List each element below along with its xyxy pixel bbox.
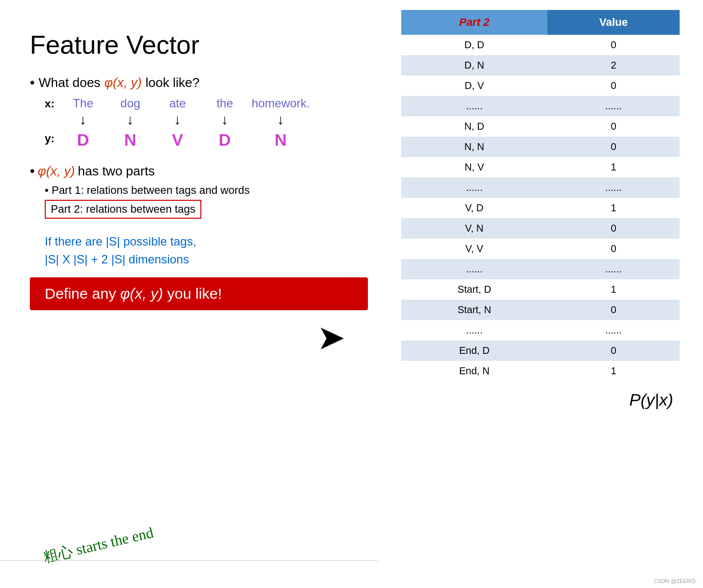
- table-cell-part: D, D: [401, 35, 547, 55]
- th-value: Value: [547, 10, 680, 35]
- phi-main: • φ(x, y) has two parts: [30, 163, 353, 179]
- banner-after: you like!: [163, 285, 222, 302]
- word-1: The: [73, 96, 93, 111]
- bullet-1: • What does φ(x, y) look like? x: The ↓ …: [30, 75, 353, 148]
- th-part2: Part 2: [401, 10, 547, 35]
- bullet-1-text: • What does φ(x, y) look like?: [30, 75, 353, 90]
- bullet-1-after: look like?: [146, 75, 199, 90]
- table-cell-part: N, N: [401, 137, 547, 157]
- table-cell-value: 1: [547, 198, 680, 218]
- table-cell-part: D, V: [401, 76, 547, 96]
- arrow-2: ↓: [127, 113, 134, 127]
- part1-label: Part 1:: [52, 184, 84, 197]
- sentence-block: x: The ↓ dog ↓ ate ↓ the ↓: [45, 96, 353, 148]
- table-row: Start, D1: [401, 279, 680, 300]
- table-row: V, D1: [401, 198, 680, 218]
- table-cell-value: ......: [547, 177, 680, 198]
- arrow-3: ↓: [174, 113, 181, 127]
- slide: Feature Vector • What does φ(x, y) look …: [0, 0, 703, 588]
- table-wrapper: Part 2 Value D, D0D, N2D, V0............…: [401, 10, 680, 381]
- tag-1: D: [77, 131, 89, 148]
- table-cell-part: End, N: [401, 361, 547, 381]
- table-cell-value: 2: [547, 55, 680, 76]
- svg-text:粗心 starts the end: 粗心 starts the end: [42, 524, 155, 565]
- blue-text: If there are |S| possible tags, |S| X |S…: [45, 233, 353, 268]
- table-cell-part: V, D: [401, 198, 547, 218]
- table-cell-value: 0: [547, 300, 680, 320]
- sub-bullet-1: • Part 1: relations between tags and wor…: [45, 184, 353, 197]
- tag-2: N: [124, 131, 137, 148]
- y-row: y: D N V D N: [45, 131, 353, 148]
- phi-xy-2: φ(x, y): [38, 164, 75, 179]
- table-cell-part: V, V: [401, 239, 547, 259]
- bullet-dot-1: •: [30, 75, 35, 90]
- bottom-divider: [0, 560, 378, 561]
- table-cell-value: 0: [547, 340, 680, 361]
- table-row: End, N1: [401, 361, 680, 381]
- tag-col-5: N: [249, 131, 313, 148]
- table-row: D, D0: [401, 35, 680, 55]
- table-row: ............: [401, 96, 680, 116]
- right-panel: Part 2 Value D, D0D, N2D, V0............…: [378, 0, 703, 588]
- arrow-1: ↓: [80, 113, 87, 127]
- phi-section: • φ(x, y) has two parts • Part 1: relati…: [30, 163, 353, 310]
- left-panel: Feature Vector • What does φ(x, y) look …: [0, 0, 378, 588]
- table-cell-part: D, N: [401, 55, 547, 76]
- table-row: ............: [401, 177, 680, 198]
- table-cell-value: 0: [547, 239, 680, 259]
- arrow-right: ➤: [318, 321, 343, 355]
- table-cell-value: 1: [547, 157, 680, 177]
- word-3: ate: [169, 96, 185, 111]
- word-col-2: dog ↓: [107, 96, 154, 129]
- x-label: x:: [45, 96, 55, 109]
- table-cell-value: ......: [547, 320, 680, 340]
- table-row: V, N0: [401, 218, 680, 239]
- tag-5: N: [274, 131, 287, 148]
- bullet-dot-2: •: [30, 163, 35, 179]
- word-col-3: ate ↓: [154, 96, 201, 129]
- table-cell-value: 0: [547, 137, 680, 157]
- word-col-4: the ↓: [201, 96, 249, 129]
- table-cell-part: ......: [401, 320, 547, 340]
- table-cell-value: 0: [547, 116, 680, 137]
- part2-box: Part 2: relations between tags: [45, 200, 201, 219]
- table-row: V, V0: [401, 239, 680, 259]
- table-row: N, N0: [401, 137, 680, 157]
- table-row: ............: [401, 320, 680, 340]
- table-cell-part: Start, D: [401, 279, 547, 300]
- part2-row: Part 2: relations between tags: [30, 200, 353, 226]
- word-col-5: homework. ↓: [249, 96, 313, 129]
- phi-xy-1: φ(x, y): [104, 75, 142, 90]
- table-cell-value: ......: [547, 96, 680, 116]
- phi-has-two: has two parts: [78, 164, 155, 179]
- prob-formula: P(y|x): [393, 390, 688, 410]
- arrow-4: ↓: [221, 113, 228, 127]
- word-2: dog: [120, 96, 140, 111]
- table-cell-part: ......: [401, 177, 547, 198]
- y-label: y:: [45, 132, 55, 148]
- table-cell-part: Start, N: [401, 300, 547, 320]
- table-cell-value: 1: [547, 361, 680, 381]
- table-row: Start, N0: [401, 300, 680, 320]
- blue-line-2: |S| X |S| + 2 |S| dimensions: [45, 251, 353, 268]
- tag-col-4: D: [201, 131, 249, 148]
- table-cell-value: ......: [547, 259, 680, 279]
- word-5: homework.: [252, 96, 310, 111]
- handwriting-annotation: 粗心 starts the end: [38, 517, 221, 581]
- table-cell-value: 0: [547, 218, 680, 239]
- arrow-5: ↓: [277, 113, 284, 127]
- feature-table: Part 2 Value D, D0D, N2D, V0............…: [401, 10, 680, 381]
- table-cell-part: ......: [401, 259, 547, 279]
- table-cell-part: ......: [401, 96, 547, 116]
- table-cell-part: N, D: [401, 116, 547, 137]
- bullet-1-before: What does: [39, 75, 100, 90]
- part1-text: relations between tags and words: [87, 184, 250, 197]
- table-cell-part: V, N: [401, 218, 547, 239]
- table-row: D, N2: [401, 55, 680, 76]
- table-cell-value: 1: [547, 279, 680, 300]
- tag-3: V: [172, 131, 183, 148]
- word-col-1: The ↓: [60, 96, 107, 129]
- table-cell-value: 0: [547, 76, 680, 96]
- table-cell-value: 0: [547, 35, 680, 55]
- page-title: Feature Vector: [30, 30, 353, 60]
